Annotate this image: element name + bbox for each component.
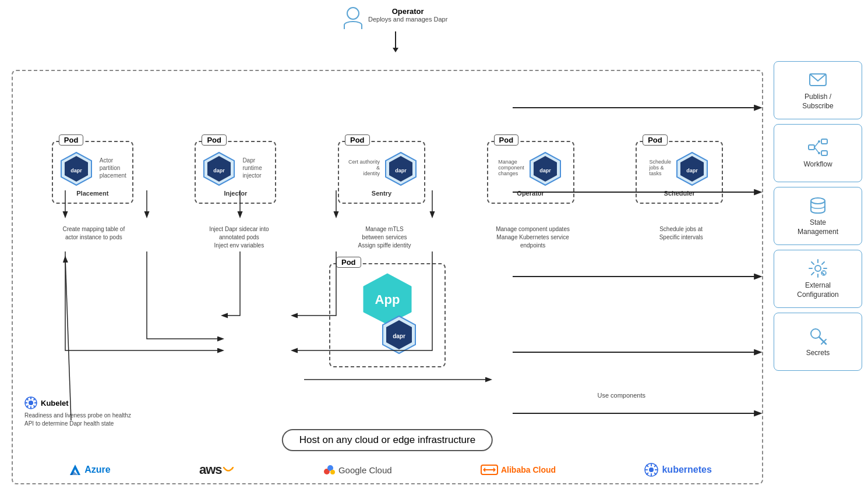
google-cloud-icon [322, 463, 335, 476]
desc-sentry: Manage mTLSbetween servicesAssign spiffe… [347, 225, 422, 250]
kubelet-icon [24, 396, 37, 409]
sentry-pre-text: Cert authority &identity [345, 159, 380, 176]
secrets-label: Secrets [806, 349, 830, 358]
operator-section: Operator Deploys and manages Dapr [344, 7, 447, 49]
svg-text:dapr: dapr [539, 168, 551, 173]
svg-point-21 [29, 401, 33, 405]
pod-placement: Pod dapr Actorpartitionplacement Placeme… [52, 141, 133, 204]
injector-name: Injector [224, 190, 248, 197]
svg-rect-64 [821, 139, 827, 144]
svg-line-28 [34, 399, 36, 401]
svg-text:dapr: dapr [70, 168, 82, 173]
google-cloud-text: Google Cloud [338, 465, 392, 475]
capability-secrets: Secrets [774, 313, 862, 371]
external-configuration-label: ExternalConfiguration [797, 281, 838, 299]
placement-name: Placement [76, 190, 108, 197]
aws-smile-icon [223, 467, 234, 473]
capability-publish-subscribe: Publish /Subscribe [774, 61, 862, 119]
placement-side-text: Actorpartitionplacement [100, 157, 126, 179]
diagram-area: Operator Deploys and manages Dapr Pod [6, 6, 769, 490]
kubelet-text: Kubelet [41, 399, 69, 408]
kubernetes-logo: kubernetes [644, 463, 711, 477]
app-pod-section: Pod App dapr [329, 263, 446, 367]
google-cloud-logo: Google Cloud [322, 463, 392, 476]
pods-row: Pod dapr Actorpartitionplacement Placeme… [24, 141, 750, 204]
workflow-icon [807, 137, 828, 158]
pod-descriptions: Create mapping table ofactor instance to… [24, 225, 750, 250]
svg-point-35 [330, 470, 335, 474]
app-dapr-hex: dapr [379, 315, 419, 357]
svg-text:dapr: dapr [393, 333, 405, 339]
desc-injector: Inject Dapr sidecar intoannotated podsIn… [201, 225, 277, 250]
right-capabilities-panel: Publish /Subscribe Workflow [769, 6, 862, 490]
operator-pre-text: Managecomponentchanges [498, 159, 524, 176]
pod-sentry: Pod Cert authority &identity dapr Sentry [338, 141, 425, 204]
pod-injector: Pod dapr Dapr runtimeinjector Injector [195, 141, 276, 204]
capability-external-configuration: ExternalConfiguration [774, 250, 862, 308]
kubelet-label: Kubelet [24, 396, 131, 409]
external-configuration-icon [807, 258, 828, 279]
alibaba-logo: Alibaba Cloud [481, 465, 556, 475]
cloud-host-container: Host on any cloud or edge infrastructure [282, 429, 493, 451]
dapr-hex-placement: dapr [59, 151, 94, 186]
svg-point-41 [649, 467, 654, 472]
pod-tag-placement: Pod [59, 134, 84, 146]
svg-line-29 [27, 406, 29, 408]
publish-subscribe-icon [807, 69, 828, 90]
operator-icon-head [347, 7, 359, 20]
desc-operator: Manage component updatesManage Kubernete… [492, 225, 574, 250]
injector-side-text: Dapr runtimeinjector [242, 157, 269, 179]
svg-point-70 [811, 198, 825, 204]
operator-icon-body [344, 21, 362, 29]
svg-line-76 [821, 342, 824, 344]
svg-rect-63 [809, 145, 814, 150]
pod-operator: Pod Managecomponentchanges dapr Operator [487, 141, 574, 204]
pod-tag-scheduler: Pod [643, 134, 668, 146]
azure-text: Azure [84, 465, 110, 475]
svg-line-27 [34, 406, 36, 408]
scheduler-name: Scheduler [664, 190, 695, 197]
kubelet-section: Kubelet Readiness and liveness probe on … [24, 396, 131, 428]
svg-line-46 [647, 465, 649, 467]
cloud-logos-row: Azure aws Googl [24, 462, 756, 477]
azure-icon [69, 463, 82, 476]
svg-line-26 [27, 399, 29, 401]
state-management-icon [807, 195, 828, 216]
dapr-hex-scheduler: dapr [675, 151, 710, 186]
pod-tag-operator: Pod [494, 134, 519, 146]
svg-point-68 [818, 140, 820, 143]
dapr-hex-sentry: dapr [383, 151, 418, 186]
pod-scheduler: Pod Schedulejobs &tasks dapr Scheduler [636, 141, 723, 204]
main-container: Operator Deploys and manages Dapr Pod [0, 0, 868, 496]
capability-workflow: Workflow [774, 124, 862, 182]
publish-subscribe-label: Publish /Subscribe [802, 93, 833, 111]
svg-point-69 [818, 152, 820, 154]
dapr-hex-operator: dapr [528, 151, 563, 186]
azure-logo: Azure [69, 463, 110, 476]
kubernetes-icon [644, 463, 658, 477]
app-pod-box: Pod App dapr [329, 263, 446, 367]
operator-arrow-down [395, 31, 396, 49]
svg-marker-38 [483, 467, 485, 472]
aws-logo: aws [199, 462, 234, 477]
svg-line-49 [647, 473, 649, 475]
svg-text:dapr: dapr [214, 168, 225, 173]
pod-tag-app: Pod [336, 257, 361, 268]
desc-scheduler: Schedule jobs atSpecific intervals [643, 225, 719, 250]
dapr-hex-injector: dapr [202, 151, 237, 186]
scheduler-pre-text: Schedulejobs &tasks [649, 159, 671, 176]
secrets-icon [807, 325, 828, 346]
aws-text: aws [199, 462, 222, 477]
operator-sublabel: Deploys and manages Dapr [368, 16, 447, 23]
pod-tag-sentry: Pod [345, 134, 370, 146]
operator-pod-name: Operator [517, 190, 544, 197]
state-management-label: StateManagement [798, 218, 838, 236]
svg-marker-39 [493, 467, 496, 472]
outer-dashed-box: Pod dapr Actorpartitionplacement Placeme… [12, 70, 763, 484]
sentry-name: Sentry [372, 190, 391, 197]
workflow-label: Workflow [803, 160, 832, 169]
kubelet-description: Readiness and liveness probe on healthzA… [24, 412, 131, 428]
cloud-host-box: Host on any cloud or edge infrastructure [282, 429, 493, 451]
svg-rect-65 [821, 151, 827, 155]
desc-placement: Create mapping table ofactor instance to… [56, 225, 132, 250]
